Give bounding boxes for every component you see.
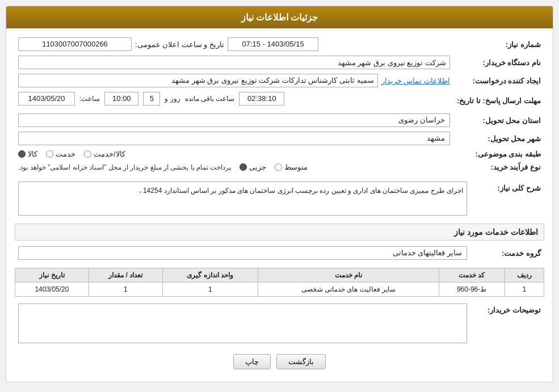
action-buttons: بازگشت چاپ bbox=[15, 354, 544, 375]
kala-label: کالا bbox=[28, 150, 37, 158]
page-header: جزئیات اطلاعات نیاز bbox=[6, 6, 553, 28]
delivery-province-value: خراسان رضوی bbox=[18, 113, 450, 127]
delivery-city-value: مشهد bbox=[18, 132, 450, 145]
back-button[interactable]: بازگشت bbox=[276, 354, 326, 369]
table-row: 1ط-96-960سایر فعالیت های خدماتی شخصی1114… bbox=[15, 283, 544, 297]
kala-khidmat-radio[interactable] bbox=[84, 150, 91, 158]
cell-qty: 1 bbox=[89, 283, 162, 297]
col-name: نام خدمت bbox=[258, 268, 439, 283]
khidmat-radio[interactable] bbox=[46, 150, 53, 158]
description-label: شرح کلی نیاز: bbox=[470, 179, 544, 218]
process-motavset[interactable]: متوسط bbox=[275, 163, 308, 171]
col-unit: واحد اندازه گیری bbox=[162, 268, 258, 283]
col-qty: تعداد / مقدار bbox=[89, 268, 162, 283]
col-radif: ردیف bbox=[505, 268, 544, 283]
jozii-label: جزیی bbox=[249, 163, 266, 171]
delivery-city-label: شهر محل تحویل: bbox=[453, 129, 544, 147]
process-jozii[interactable]: جزیی bbox=[239, 163, 266, 171]
page-title: جزئیات اطلاعات نیاز bbox=[241, 12, 318, 22]
cell-code: ط-96-960 bbox=[439, 283, 505, 297]
send-date: 1403/05/20 bbox=[18, 92, 75, 106]
motavset-label: متوسط bbox=[284, 163, 308, 171]
delivery-province-label: استان محل تحویل: bbox=[453, 111, 544, 129]
order-number-value: 1103007007000266 bbox=[18, 37, 132, 51]
cell-row: 1 bbox=[505, 283, 544, 297]
send-deadline-label: مهلت ارسال پاسخ: تا تاریخ: bbox=[453, 90, 544, 111]
buyer-org-value: شرکت توزیع نیروی برق شهر مشهد bbox=[18, 56, 450, 69]
announce-date-value: 1403/05/15 - 07:15 bbox=[228, 37, 318, 51]
order-number-label: شماره نیاز: bbox=[453, 35, 544, 53]
cell-unit: 1 bbox=[162, 283, 258, 297]
description-box: اجرای طرح ممیزی ساختمان های اداری و تعیی… bbox=[18, 182, 467, 216]
print-button[interactable]: چاپ bbox=[233, 354, 271, 369]
buyer-org-label: نام دستگاه خریدار: bbox=[453, 53, 544, 71]
send-day: 5 bbox=[143, 92, 160, 106]
process-note: پرداخت تمام یا بخشی از مبلغ خریدار از مح… bbox=[18, 163, 231, 171]
buyer-notes-label: توضیحات خریدار: bbox=[470, 301, 544, 347]
category-label: طبقه بندی موضوعی: bbox=[453, 147, 544, 161]
process-options: متوسط جزیی bbox=[239, 163, 308, 171]
send-time-label: ساعت: bbox=[79, 95, 100, 103]
description-value: اجرای طرح ممیزی ساختمان های اداری و تعیی… bbox=[139, 187, 463, 195]
service-group-label: گروه خدمت: bbox=[470, 244, 544, 262]
send-time: 10:00 bbox=[104, 92, 138, 106]
category-kala[interactable]: کالا bbox=[18, 150, 37, 158]
service-group-value: سایر فعالیتهای خدماتی bbox=[18, 246, 467, 260]
category-kala-khidmat[interactable]: کالا/خدمت bbox=[84, 150, 125, 158]
process-label: نوع فرآیند خرید: bbox=[453, 161, 544, 174]
category-options: کالا/خدمت خدمت کالا bbox=[18, 150, 450, 158]
remaining-label: ساعت باقی مانده bbox=[185, 95, 235, 103]
motavset-radio[interactable] bbox=[275, 163, 282, 171]
cell-date: 1403/05/20 bbox=[15, 283, 89, 297]
buyer-notes-textarea[interactable] bbox=[18, 304, 467, 343]
cell-name: سایر فعالیت های خدماتی شخصی bbox=[258, 283, 439, 297]
category-khidmat[interactable]: خدمت bbox=[46, 150, 75, 158]
col-code: کد خدمت bbox=[439, 268, 505, 283]
remaining-value: 02:38:10 bbox=[239, 92, 284, 106]
khidmat-label: خدمت bbox=[56, 150, 75, 158]
creator-label: ایجاد کننده درخواست: bbox=[453, 71, 544, 90]
services-table: ردیف کد خدمت نام خدمت واحد اندازه گیری ت… bbox=[15, 268, 544, 297]
creator-contact-link[interactable]: اطلاعات تماس خریدار bbox=[381, 77, 450, 85]
kala-khidmat-label: کالا/خدمت bbox=[94, 150, 125, 158]
services-section-header: اطلاعات خدمات مورد نیاز bbox=[15, 224, 544, 241]
jozii-radio[interactable] bbox=[239, 163, 247, 171]
announce-date-label: تاریخ و ساعت اعلان عمومی: bbox=[135, 40, 224, 49]
creator-value: سمیه ثابتی کارشناس تدارکات شرکت توزیع نی… bbox=[18, 74, 378, 87]
send-day-label: روز و bbox=[165, 95, 180, 103]
col-date: تاریخ نیاز bbox=[15, 268, 89, 283]
kala-radio[interactable] bbox=[18, 150, 26, 158]
